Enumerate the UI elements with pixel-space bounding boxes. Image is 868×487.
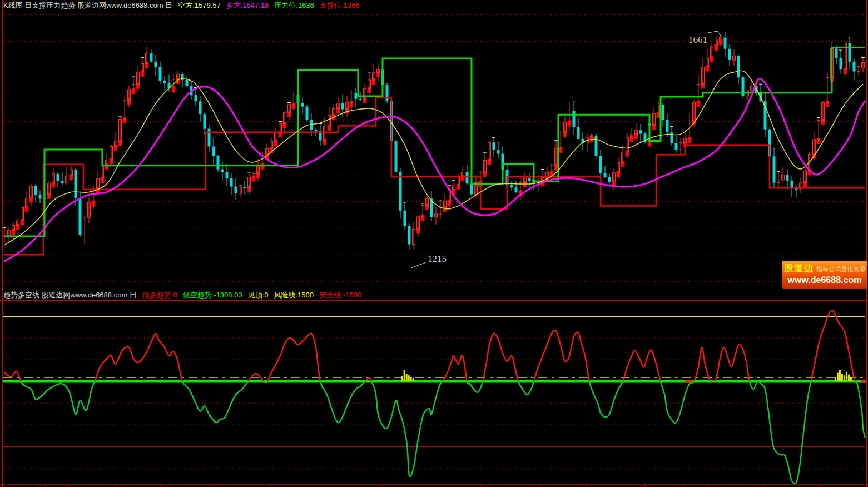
- panel-divider-top: [0, 289, 868, 289]
- candlestick-series: [3, 32, 865, 250]
- left-border-outer: [1, 0, 1, 487]
- kline-chart-canvas[interactable]: 16611215: [0, 0, 868, 289]
- oscillator-panel-header: 趋势多空线 股道边网www.de6688.com 日做多趋势:0做空趋势:-13…: [3, 290, 367, 300]
- watermark-url: www.de6688.com: [782, 275, 867, 286]
- site-watermark: 股道边 指标公式量化资源 www.de6688.com: [782, 261, 867, 289]
- header-segment: 见顶:0: [248, 291, 269, 299]
- header-segment: 做多趋势:0: [142, 291, 177, 299]
- yellow-histogram-bar: [848, 375, 850, 381]
- watermark-brand: 股道边: [784, 263, 814, 274]
- header-segment: 做空趋势:-1308.03: [183, 291, 242, 299]
- trading-terminal: K线图 日支撑压力趋势 股道边网www.de6688.com 日空方:1579.…: [0, 0, 868, 487]
- ma-fast-line: [4, 71, 863, 245]
- ma-slow-line: [4, 78, 865, 261]
- header-segment: 安全线:-1500: [319, 291, 361, 299]
- yellow-histogram-bar: [850, 377, 852, 381]
- yellow-histogram-bar: [839, 370, 841, 381]
- left-border-inner: [2, 0, 3, 487]
- oscillator-line-below-zero: [4, 310, 865, 484]
- oscillator-chart-canvas[interactable]: [0, 301, 868, 487]
- trend-brick-series: [12, 39, 847, 235]
- yellow-histogram-bar: [401, 376, 403, 381]
- price-annotation: 1215: [428, 254, 447, 264]
- yellow-histogram-bar: [846, 372, 847, 381]
- price-annotation: 1661: [688, 34, 707, 45]
- yellow-histogram-bar: [408, 375, 410, 381]
- yellow-histogram-bar: [844, 375, 845, 381]
- oscillator-line-above-zero: [4, 310, 865, 484]
- annotation-callout-line: [705, 31, 721, 36]
- green-channel-line: [4, 48, 865, 237]
- header-segment: 风险线:1500: [274, 291, 314, 299]
- yellow-histogram-bar: [410, 377, 412, 381]
- watermark-tagline: 指标公式量化资源: [816, 266, 865, 272]
- yellow-histogram-bar: [841, 374, 843, 381]
- yellow-histogram-bar: [404, 370, 405, 381]
- header-segment: 趋势多空线 股道边网www.de6688.com 日: [3, 291, 137, 299]
- right-border: [866, 0, 867, 487]
- yellow-histogram-bar: [837, 373, 839, 382]
- yellow-histogram-bar: [835, 377, 836, 381]
- annotation-callout-line: [411, 262, 426, 268]
- yellow-histogram-bar: [413, 378, 414, 381]
- yellow-histogram-bar: [406, 374, 408, 381]
